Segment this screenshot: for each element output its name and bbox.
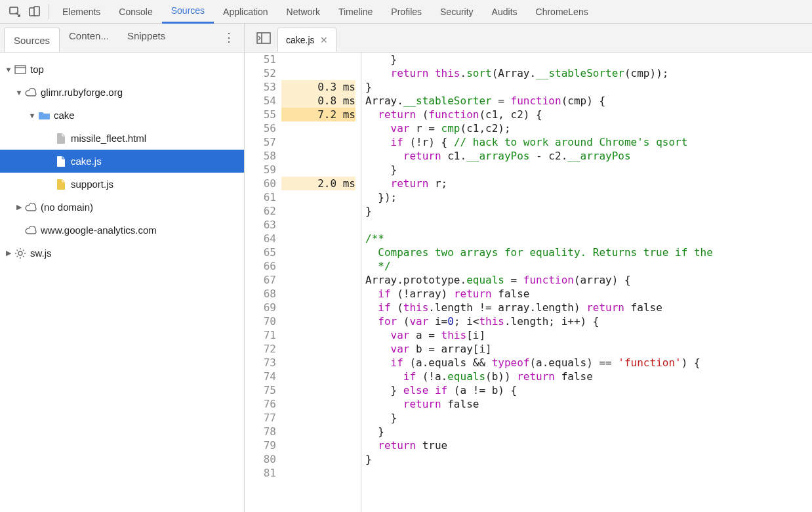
- tree-arrow-icon: ▼: [4, 66, 13, 74]
- cloud-icon: [24, 226, 38, 235]
- svg-point-5: [18, 251, 22, 255]
- close-icon[interactable]: ✕: [320, 35, 328, 45]
- cloud-icon: [24, 203, 38, 212]
- tree-arrow-icon: ▶: [14, 203, 24, 211]
- inspect-icon[interactable]: [5, 2, 25, 22]
- file-tab-cake-js[interactable]: cake.js ✕: [277, 28, 336, 52]
- tree-item-glimr-rubyforge-org[interactable]: ▼glimr.rubyforge.org: [0, 81, 244, 104]
- divider: [49, 5, 49, 19]
- file-tree: ▼top▼glimr.rubyforge.org▼cakemissile_fle…: [0, 53, 244, 512]
- tree-item-label: (no domain): [41, 202, 93, 213]
- tab-console[interactable]: Console: [110, 0, 161, 24]
- code-content[interactable]: } return this.sort(Array.__stableSorter(…: [361, 53, 812, 512]
- tab-application[interactable]: Application: [214, 0, 277, 24]
- navigator-pane: SourcesConten...Snippets ⋮ ▼top▼glimr.ru…: [0, 24, 245, 512]
- tree-item-label: missile_fleet.html: [71, 133, 146, 144]
- subtab-snippets[interactable]: Snippets: [118, 24, 174, 52]
- devtools-top-tabs: ElementsConsoleSourcesApplicationNetwork…: [0, 0, 812, 24]
- tab-security[interactable]: Security: [431, 0, 483, 24]
- tab-sources[interactable]: Sources: [162, 0, 214, 24]
- tab-timeline[interactable]: Timeline: [329, 0, 382, 24]
- file-icon: [54, 133, 68, 144]
- toggle-navigator-icon[interactable]: [250, 24, 277, 52]
- tree-item-label: www.google-analytics.com: [41, 224, 157, 236]
- tree-item-missile-fleet-html[interactable]: missile_fleet.html: [0, 127, 244, 150]
- tree-item-label: glimr.rubyforge.org: [41, 87, 123, 98]
- file-tab-label: cake.js: [286, 35, 315, 45]
- tree-item-sw-js[interactable]: ▶sw.js: [0, 242, 244, 265]
- tree-arrow-icon: ▼: [28, 112, 37, 119]
- tab-chromelens[interactable]: ChromeLens: [527, 0, 598, 24]
- tree-item-top[interactable]: ▼top: [0, 58, 244, 81]
- tree-arrow-icon: ▼: [14, 89, 24, 96]
- svg-rect-3: [15, 66, 26, 74]
- navigator-tabs: SourcesConten...Snippets ⋮: [0, 24, 244, 53]
- tree-item--no-domain-[interactable]: ▶(no domain): [0, 196, 244, 219]
- tree-item-label: cake: [54, 110, 75, 121]
- tree-item-label: support.js: [71, 179, 113, 190]
- tab-profiles[interactable]: Profiles: [382, 0, 431, 24]
- file-icon: [54, 156, 68, 167]
- code-editor[interactable]: 5152535455565758596061626364656667686970…: [245, 53, 812, 512]
- tab-audits[interactable]: Audits: [483, 0, 527, 24]
- device-icon[interactable]: [25, 2, 45, 22]
- window-icon: [13, 65, 28, 74]
- cloud-icon: [24, 88, 38, 97]
- tree-item-cake-js[interactable]: cake.js: [0, 150, 244, 173]
- folder-icon: [37, 111, 51, 120]
- tree-arrow-icon: ▶: [4, 249, 13, 257]
- line-number-gutter: 5152535455565758596061626364656667686970…: [245, 53, 281, 512]
- tree-item-label: top: [30, 64, 44, 75]
- tree-item-cake[interactable]: ▼cake: [0, 104, 244, 127]
- svg-rect-6: [257, 33, 270, 43]
- more-icon[interactable]: ⋮: [214, 24, 244, 52]
- tab-elements[interactable]: Elements: [53, 0, 110, 24]
- tree-item-label: sw.js: [30, 247, 52, 259]
- editor-pane: cake.js ✕ 515253545556575859606162636465…: [245, 24, 812, 512]
- timing-gutter: 0.3 ms0.8 ms7.2 ms2.0 ms: [281, 53, 361, 512]
- subtab-conten[interactable]: Conten...: [60, 24, 118, 52]
- gear-icon: [13, 247, 28, 259]
- tree-item-www-google-analytics-com[interactable]: www.google-analytics.com: [0, 219, 244, 242]
- subtab-sources[interactable]: Sources: [4, 28, 60, 52]
- svg-rect-2: [34, 7, 39, 16]
- tab-network[interactable]: Network: [277, 0, 329, 24]
- tree-item-label: cake.js: [71, 156, 102, 167]
- snippet-icon: [54, 179, 68, 190]
- editor-tab-bar: cake.js ✕: [245, 24, 812, 53]
- tree-item-support-js[interactable]: support.js: [0, 173, 244, 196]
